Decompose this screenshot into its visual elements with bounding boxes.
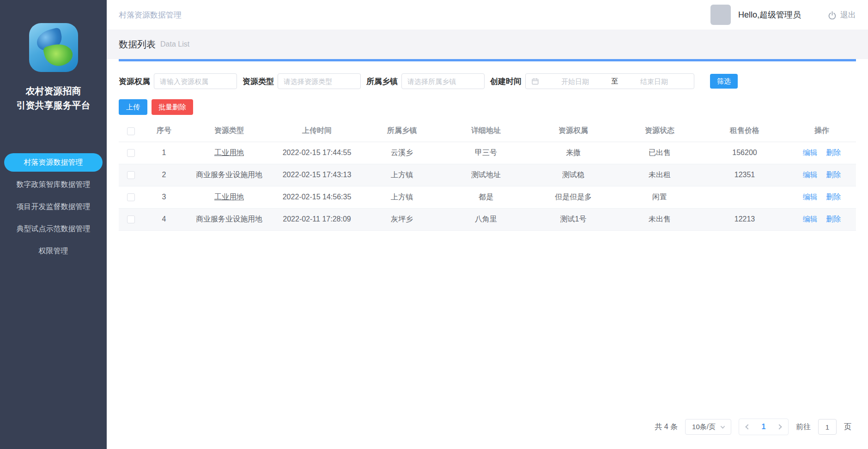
cell-address: 八角里 bbox=[443, 208, 529, 230]
cell-index: 3 bbox=[143, 186, 185, 208]
filter-field: 资源类型 bbox=[243, 73, 361, 89]
cell-status: 未出售 bbox=[618, 208, 702, 230]
cell-upload-time: 2022-02-11 17:28:09 bbox=[273, 208, 361, 230]
date-separator: 至 bbox=[609, 77, 620, 86]
cell-resource-type: 工业用地 bbox=[185, 142, 273, 164]
filter-input-3[interactable] bbox=[401, 73, 485, 89]
cell-ownership: 测试稳 bbox=[529, 164, 618, 186]
cell-price: 156200 bbox=[702, 142, 788, 164]
filter-input-1[interactable] bbox=[154, 73, 237, 89]
cell-status: 未出租 bbox=[618, 164, 702, 186]
delete-link[interactable]: 删除 bbox=[826, 215, 841, 223]
table-body: 1 工业用地 2022-02-15 17:44:55 云溪乡 甲三号 来撒 已出… bbox=[119, 142, 856, 230]
app-title: 农村资源招商 引资共享服务平台 bbox=[17, 84, 91, 113]
sidebar-item-4[interactable]: 典型试点示范数据管理 bbox=[4, 220, 103, 238]
edit-link[interactable]: 编辑 bbox=[803, 171, 818, 179]
edit-link[interactable]: 编辑 bbox=[803, 215, 818, 223]
pagination: 共 4 条 10条/页 1 前往 页 bbox=[107, 419, 868, 449]
row-checkbox[interactable] bbox=[127, 149, 135, 157]
filter-bar: 资源权属 资源类型 所属乡镇 创建时间 至 筛选 bbox=[107, 61, 868, 89]
cell-ownership: 测试1号 bbox=[529, 208, 618, 230]
chevron-left-icon[interactable] bbox=[745, 424, 750, 429]
logout-button[interactable]: 退出 bbox=[828, 10, 856, 20]
cell-price: 12213 bbox=[702, 208, 788, 230]
sidebar-item-2[interactable]: 数字政策智库数据管理 bbox=[4, 175, 103, 194]
cell-address: 都是 bbox=[443, 186, 529, 208]
batch-delete-button[interactable]: 批量删除 bbox=[152, 99, 193, 115]
delete-link[interactable]: 删除 bbox=[826, 149, 841, 156]
delete-link[interactable]: 删除 bbox=[826, 193, 841, 201]
page-title-band: 数据列表 Data List bbox=[107, 30, 868, 59]
start-date-input[interactable] bbox=[541, 78, 609, 85]
app-title-line1: 农村资源招商 bbox=[17, 84, 91, 98]
toolbar: 上传 批量删除 bbox=[107, 89, 868, 115]
cell-resource-type: 商业服务业设施用地 bbox=[185, 208, 273, 230]
filter-input-2[interactable] bbox=[278, 73, 361, 89]
edit-link[interactable]: 编辑 bbox=[803, 193, 818, 201]
select-all-checkbox[interactable] bbox=[127, 127, 135, 135]
date-range-label: 创建时间 bbox=[490, 76, 522, 87]
cell-index: 2 bbox=[143, 164, 185, 186]
column-header: 操作 bbox=[788, 120, 856, 142]
goto-suffix: 页 bbox=[844, 422, 851, 432]
column-header: 上传时间 bbox=[273, 120, 361, 142]
table-header-row: 序号资源类型上传时间所属乡镇详细地址资源权属资源状态租售价格操作 bbox=[119, 120, 856, 142]
end-date-input[interactable] bbox=[620, 78, 688, 85]
table-row: 2 商业服务业设施用地 2022-02-15 17:43:13 上方镇 测试地址… bbox=[119, 164, 856, 186]
main-panel: 村落资源数据管理 Hello,超级管理员 退出 数据列表 Data List 资… bbox=[107, 0, 868, 449]
page-size-select[interactable]: 10条/页 bbox=[685, 419, 731, 435]
page-subtitle: Data List bbox=[160, 40, 189, 48]
filter-button[interactable]: 筛选 bbox=[710, 74, 738, 89]
cell-status: 闲置 bbox=[618, 186, 702, 208]
chevron-right-icon[interactable] bbox=[777, 424, 782, 429]
column-header: 资源类型 bbox=[185, 120, 273, 142]
cell-address: 测试地址 bbox=[443, 164, 529, 186]
cell-resource-type: 商业服务业设施用地 bbox=[185, 164, 273, 186]
breadcrumb[interactable]: 村落资源数据管理 bbox=[119, 10, 182, 20]
cell-upload-time: 2022-02-15 14:56:35 bbox=[273, 186, 361, 208]
column-header: 所属乡镇 bbox=[361, 120, 443, 142]
current-page[interactable]: 1 bbox=[762, 423, 766, 431]
row-checkbox[interactable] bbox=[127, 171, 135, 179]
column-header: 租售价格 bbox=[702, 120, 788, 142]
cell-status: 已出售 bbox=[618, 142, 702, 164]
column-header: 序号 bbox=[143, 120, 185, 142]
sidebar-item-5[interactable]: 权限管理 bbox=[4, 242, 103, 260]
column-header: 详细地址 bbox=[443, 120, 529, 142]
app-logo-icon bbox=[29, 23, 78, 72]
sidebar: 农村资源招商 引资共享服务平台 村落资源数据管理数字政策智库数据管理项目开发监督… bbox=[0, 0, 107, 449]
goto-page-input[interactable] bbox=[818, 419, 837, 435]
calendar-icon bbox=[531, 78, 539, 85]
select-all-cell bbox=[119, 120, 143, 142]
delete-link[interactable]: 删除 bbox=[826, 171, 841, 179]
cell-upload-time: 2022-02-15 17:43:13 bbox=[273, 164, 361, 186]
chevron-down-icon bbox=[720, 424, 725, 429]
cell-price: 12351 bbox=[702, 164, 788, 186]
pagination-total: 共 4 条 bbox=[655, 422, 678, 432]
table-row: 1 工业用地 2022-02-15 17:44:55 云溪乡 甲三号 来撒 已出… bbox=[119, 142, 856, 164]
cell-town: 上方镇 bbox=[361, 186, 443, 208]
column-header: 资源权属 bbox=[529, 120, 618, 142]
sidebar-item-1[interactable]: 村落资源数据管理 bbox=[4, 153, 103, 172]
filter-fields: 资源权属 资源类型 所属乡镇 bbox=[119, 73, 490, 89]
sidebar-item-3[interactable]: 项目开发监督数据管理 bbox=[4, 198, 103, 216]
avatar bbox=[710, 5, 731, 25]
row-checkbox[interactable] bbox=[127, 216, 135, 223]
cell-index: 1 bbox=[143, 142, 185, 164]
filter-field: 所属乡镇 bbox=[366, 73, 485, 89]
cell-ownership: 但是但是多 bbox=[529, 186, 618, 208]
cell-upload-time: 2022-02-15 17:44:55 bbox=[273, 142, 361, 164]
cell-town: 云溪乡 bbox=[361, 142, 443, 164]
cell-index: 4 bbox=[143, 208, 185, 230]
upload-button[interactable]: 上传 bbox=[119, 99, 147, 115]
app-title-line2: 引资共享服务平台 bbox=[17, 98, 91, 113]
goto-label: 前往 bbox=[796, 422, 811, 432]
table-row: 4 商业服务业设施用地 2022-02-11 17:28:09 灰坪乡 八角里 … bbox=[119, 208, 856, 230]
edit-link[interactable]: 编辑 bbox=[803, 149, 818, 156]
cell-resource-type: 工业用地 bbox=[185, 186, 273, 208]
power-icon bbox=[828, 11, 837, 19]
row-checkbox[interactable] bbox=[127, 193, 135, 201]
page-title: 数据列表 bbox=[119, 38, 156, 51]
date-range-picker[interactable]: 至 bbox=[525, 73, 694, 89]
cell-town: 灰坪乡 bbox=[361, 208, 443, 230]
